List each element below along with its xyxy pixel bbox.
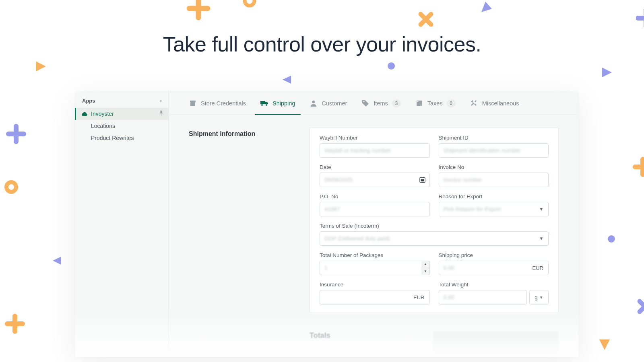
triangle-icon [35,60,47,72]
calendar-icon [419,177,425,183]
caret-down-icon: ▼ [539,206,544,212]
tab-label: Items [374,100,388,107]
shipment-card: Waybill Number Waybill or tracking numbe… [310,127,559,313]
svg-point-0 [245,0,254,6]
page-title: Take full control over your invoices. [0,32,644,56]
placeholder: Waybill or tracking number [324,147,391,154]
select-terms-of-sale[interactable]: DDP (Delivered duty paid) ▼ [320,231,549,246]
tab-customer[interactable]: Customer [310,92,347,115]
tag-icon [361,99,369,107]
chevron-right-icon: › [160,97,162,104]
select-reason-for-export[interactable]: Pick Reason for Export ▼ [439,202,549,216]
sidebar-item-label: Invoyster [91,111,114,117]
value: Pick Reason for Export [444,206,501,212]
sidebar-section-apps[interactable]: Apps › [75,94,168,108]
tab-badge: 0 [447,99,456,107]
input-date[interactable]: 06/08/2025 [320,173,430,187]
value: DDP (Delivered duty paid) [324,235,390,242]
svg-rect-5 [421,179,424,182]
caret-down-icon: ▼ [539,295,543,300]
x-icon [636,298,644,315]
sidebar-item-label: Locations [91,123,115,129]
currency-label: EUR [533,265,543,271]
svg-point-2 [6,182,16,192]
label-terms: Terms of Sale (Incoterm) [320,223,549,229]
svg-point-1 [388,62,395,70]
totals-card [433,331,559,357]
sidebar-item-locations[interactable]: Locations [75,120,168,132]
input-total-packages[interactable]: 1 ▲ ▼ [320,261,430,275]
pin-icon[interactable] [159,111,163,117]
x-icon [417,10,435,29]
triangle-icon [598,338,611,352]
circle-outline-icon [242,0,258,9]
tab-badge: 3 [392,99,401,107]
triangle-icon [281,74,292,85]
unit-label: g [535,294,538,300]
dot-icon [608,235,615,243]
input-shipping-price[interactable]: 0.00 EUR [439,261,549,275]
sidebar: Apps › Invoyster Locations Product Rewri… [75,92,169,357]
stepper-up-button[interactable]: ▲ [421,261,429,268]
tab-label: Shipping [272,100,295,107]
sidebar-item-label: Product Rewrites [91,135,134,141]
tools-icon [470,99,478,107]
label-shipment-id: Shipment ID [439,135,549,141]
value: 0.00 [444,294,454,300]
label-packages: Total Number of Packages [320,252,430,258]
percent-icon [415,99,423,107]
circle-outline-icon [3,179,19,195]
tab-items[interactable]: Items 3 [361,92,400,115]
tab-shipping[interactable]: Shipping [260,92,295,115]
section-title-totals: Totals [310,331,330,340]
section-title-shipment: Shipment information [189,130,297,138]
placeholder: Invoice number [444,177,482,183]
placeholder: Shipment identification number [444,147,521,154]
tab-label: Customer [322,100,347,107]
sidebar-item-invoyster[interactable]: Invoyster [75,108,168,120]
plus-icon [636,8,644,28]
label-waybill: Waybill Number [320,135,430,141]
plus-icon [186,0,211,21]
stepper-down-button[interactable]: ▼ [421,268,429,275]
tab-label: Miscellaneous [482,100,519,107]
label-invoice-no: Invoice No [439,164,549,170]
truck-icon [260,99,268,107]
input-total-weight[interactable]: 0.00 [439,290,527,304]
tab-miscellaneous[interactable]: Miscellaneous [470,92,519,115]
input-waybill[interactable]: Waybill or tracking number [320,143,430,158]
plus-icon [633,157,644,177]
dot-icon [388,62,395,70]
label-reason: Reason for Export [439,193,549,200]
tabs: Store Credentials Shipping Customer Item… [169,92,579,115]
sidebar-item-product-rewrites[interactable]: Product Rewrites [75,132,168,144]
cloud-icon [81,111,91,116]
input-insurance[interactable]: EUR [320,290,430,304]
main: Store Credentials Shipping Customer Item… [169,92,579,357]
app-window: Apps › Invoyster Locations Product Rewri… [75,92,579,357]
value: 1 [324,265,328,271]
currency-label: EUR [413,294,424,300]
person-icon [310,99,318,107]
select-weight-unit[interactable]: g ▼ [529,290,549,304]
caret-down-icon: ▼ [539,236,544,241]
input-shipment-id[interactable]: Shipment identification number [439,143,549,158]
triangle-icon [52,255,62,266]
triangle-icon [601,66,613,78]
label-po-no: P.O. No [320,193,430,200]
plus-icon [6,124,26,144]
tab-label: Taxes [427,100,443,107]
sidebar-section-label: Apps [82,98,95,104]
input-invoice-no[interactable]: Invoice number [439,173,549,187]
label-shipping-price: Shipping price [439,252,549,258]
tab-label: Store Credentials [201,100,246,107]
value: 41567 [324,206,340,212]
tab-taxes[interactable]: Taxes 0 [415,92,456,115]
value: 06/08/2025 [324,177,353,183]
tab-store-credentials[interactable]: Store Credentials [189,92,246,115]
label-total-weight: Total Weight [439,282,549,288]
plus-icon [5,314,25,334]
svg-point-3 [608,235,615,243]
input-po-no[interactable]: 41567 [320,202,430,216]
content: Shipment information Waybill Number Wayb… [169,115,579,357]
